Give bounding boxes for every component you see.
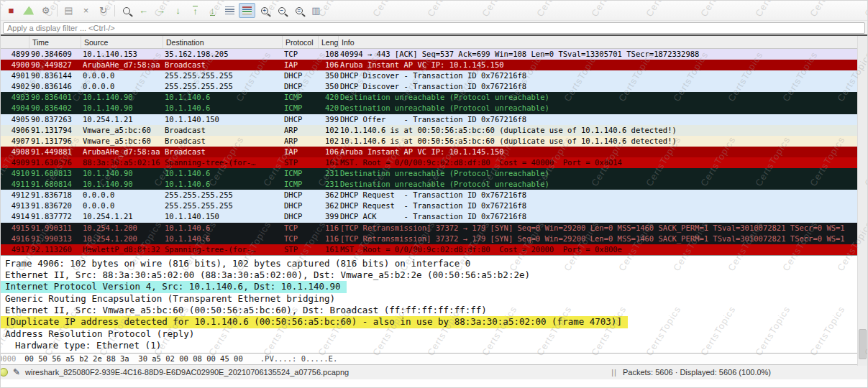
cell-dst: 10.1.140.6 <box>165 234 283 244</box>
packet-row[interactable]: 491792.113260HewlettP_d8:8f:32Spanning-t… <box>1 244 858 255</box>
column-header-no[interactable] <box>1 36 29 48</box>
packet-row[interactable]: 491091.68081310.1.140.9010.1.140.6ICMP23… <box>1 168 858 179</box>
display-filter-input[interactable]: Apply a display filter ... <Ctrl-/> <box>3 22 865 34</box>
cell-proto: TCP <box>284 49 319 60</box>
start-capture-icon[interactable] <box>20 3 37 18</box>
cell-time: 90.836144 <box>31 70 81 81</box>
stop-capture-icon[interactable]: ■ <box>3 3 19 18</box>
packet-row[interactable]: 490390.83640110.1.140.9010.1.140.6ICMP42… <box>1 92 858 103</box>
cell-info: MST. Root = 0/0/00:9c:02:d8:df:80 Cost =… <box>340 244 858 255</box>
columns-icon[interactable] <box>221 3 238 18</box>
hex-bytes[interactable]: 00 50 56 a5 b2 2e 88 3a 30 a5 02 00 08 0… <box>24 354 242 363</box>
cell-info: MST. Root = 0/0/00:9c:02:d8:df:80 Cost =… <box>340 157 858 168</box>
cell-proto: ICMP <box>284 168 319 179</box>
packet-row[interactable]: 490290.8361460.0.0.0255.255.255.255DHCP3… <box>1 81 858 92</box>
column-header-time[interactable]: Time <box>31 36 81 48</box>
cell-time: 91.836720 <box>31 200 81 211</box>
cell-proto: DHCP <box>284 114 319 125</box>
cell-src: 0.0.0.0 <box>83 70 163 81</box>
go-forward-icon[interactable]: → <box>152 3 169 18</box>
packet-row[interactable]: 491391.8367200.0.0.0255.255.255.255DHCP3… <box>1 200 858 211</box>
resize-columns-icon[interactable]: ▥ <box>308 3 324 18</box>
detail-line[interactable]: Protocol type: IPv4 (0x0800) <box>1 351 173 353</box>
cell-dst: Broadcast <box>165 60 283 70</box>
packet-row[interactable]: 491191.68081410.1.140.9010.1.140.6ICMP23… <box>1 179 858 190</box>
cell-info: Destination unreachable (Protocol unreac… <box>340 168 858 179</box>
find-packet-icon[interactable] <box>118 3 134 18</box>
cell-dst: 255.255.255.255 <box>165 190 283 200</box>
column-header-destination[interactable]: Destination <box>165 36 283 48</box>
cell-no: 4901 <box>1 70 29 81</box>
column-header-info[interactable]: Info <box>340 36 858 48</box>
packet-row[interactable]: 490691.131794Vmware_a5:bc:60BroadcastARP… <box>1 125 858 136</box>
colorize-icon[interactable] <box>239 3 255 18</box>
cell-proto: IAP <box>284 147 319 157</box>
column-header-protocol[interactable]: Protocol <box>284 36 319 48</box>
cell-dst: Broadcast <box>165 147 283 157</box>
expert-info-icon[interactable] <box>0 368 8 377</box>
detail-line[interactable]: [Duplicate IP address detected for 10.1.… <box>1 316 628 328</box>
detail-line[interactable]: Frame 4906: 102 bytes on wire (816 bits)… <box>1 258 476 269</box>
vertical-scrollbar[interactable] <box>857 36 867 366</box>
cell-src: HewlettP_d8:8f:32 <box>83 244 163 255</box>
cell-proto: DHCP <box>284 200 319 211</box>
cell-len: 420 <box>320 92 339 103</box>
cell-no: 4909 <box>1 157 29 168</box>
toolbar-separator <box>114 5 115 17</box>
detail-line[interactable]: Generic Routing Encapsulation (Transpare… <box>1 293 341 305</box>
cell-proto: DHCP <box>284 81 319 92</box>
zoom-original-icon[interactable]: = <box>291 3 307 18</box>
cell-proto: DHCP <box>284 211 319 222</box>
cell-len: 116 <box>320 223 339 234</box>
detail-line[interactable]: Ethernet II, Src: Vmware_a5:bc:60 (00:50… <box>1 305 493 316</box>
hex-ascii: .PV....: 0.....E. <box>260 354 337 363</box>
reload-file-icon[interactable]: ↻ <box>95 3 111 18</box>
cell-src: 10.1.140.153 <box>83 49 163 60</box>
cell-src: ArubaAHe_d7:58:aa <box>83 147 163 157</box>
cell-no: 4915 <box>1 223 29 234</box>
packet-row[interactable]: 490590.83726310.254.1.2110.1.140.150DHCP… <box>1 114 858 125</box>
capture-options-icon[interactable]: ⚙ <box>37 3 54 18</box>
packet-list-header: Time Source Destination Protocol Length … <box>1 36 858 49</box>
detail-line[interactable]: Address Resolution Protocol (reply) <box>1 328 200 340</box>
packet-row[interactable]: 491291.8367180.0.0.0255.255.255.255DHCP3… <box>1 190 858 200</box>
detail-line[interactable]: Hardware type: Ethernet (1) <box>1 340 167 351</box>
packet-row[interactable]: 490090.449827ArubaAHe_d7:58:aaBroadcastI… <box>1 60 858 70</box>
go-last-packet-icon[interactable]: ↓ <box>204 3 221 18</box>
zoom-out-icon[interactable]: − <box>273 3 290 18</box>
packet-row[interactable]: 490490.83640210.1.140.9010.1.140.6ICMP42… <box>1 103 858 114</box>
close-file-icon[interactable]: × <box>78 3 94 18</box>
go-to-packet-icon[interactable]: ↓ <box>170 3 186 18</box>
column-header-length[interactable]: Length <box>320 36 339 48</box>
zoom-in-icon[interactable]: + <box>256 3 273 18</box>
packet-row[interactable]: 491491.83777210.254.1.2110.1.140.150DHCP… <box>1 211 858 222</box>
go-first-packet-icon[interactable]: ↑ <box>187 3 204 18</box>
packet-row[interactable]: 490991.63057688:3a:30:a5:02:16Spanning-t… <box>1 157 858 168</box>
cell-info: Destination unreachable (Protocol unreac… <box>340 103 858 114</box>
column-header-source[interactable]: Source <box>83 36 163 48</box>
cell-time: 90.836401 <box>31 92 81 103</box>
packet-row[interactable]: 490190.8361440.0.0.0255.255.255.255DHCP3… <box>1 70 858 81</box>
packet-details-pane: Frame 4906: 102 bytes on wire (816 bits)… <box>1 255 867 353</box>
detail-line[interactable]: Ethernet II, Src: 88:3a:30:a5:02:00 (88:… <box>1 269 536 281</box>
packet-row[interactable]: 490791.131796Vmware_a5:bc:60BroadcastARP… <box>1 136 858 147</box>
packet-row[interactable]: 491591.99031110.254.1.20010.1.140.6TCP11… <box>1 223 858 234</box>
go-back-icon[interactable]: ← <box>135 3 152 18</box>
packet-row[interactable]: 489990.38460910.1.140.15335.162.198.205T… <box>1 49 858 60</box>
capture-comment-icon[interactable]: ✎ <box>13 367 20 377</box>
capture-filename: wireshark_825080F2-939E-4C16-88D9-E6D9AC… <box>25 368 349 377</box>
cell-proto: ARP <box>284 136 319 147</box>
cell-no: 4903 <box>1 92 29 103</box>
filter-bar: Apply a display filter ... <Ctrl-/> <box>1 20 867 34</box>
cell-len: 106 <box>320 60 339 70</box>
cell-time: 91.131794 <box>31 125 81 136</box>
packet-row[interactable]: 491691.99031310.254.1.20010.1.140.6TCP11… <box>1 234 858 244</box>
cell-proto: ICMP <box>284 103 319 114</box>
packet-row[interactable]: 490891.449881ArubaAHe_d7:58:aaBroadcastI… <box>1 147 858 157</box>
scrollbar-thumb[interactable] <box>859 329 867 359</box>
open-file-icon[interactable]: ▤ <box>60 3 77 18</box>
detail-line[interactable]: Internet Protocol Version 4, Src: 10.1.1… <box>1 281 347 292</box>
cell-proto: ARP <box>284 125 319 136</box>
cell-no: 4917 <box>1 244 29 255</box>
cell-no: 4910 <box>1 168 29 179</box>
